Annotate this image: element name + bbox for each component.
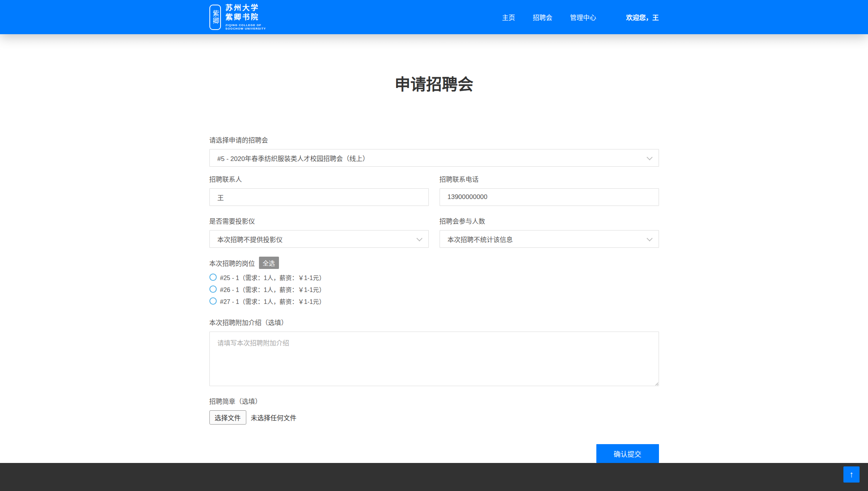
contact-phone-group: 招聘联系电话 bbox=[440, 174, 659, 206]
position-option[interactable]: #25 - 1（需求：1人，薪资：￥1-1元） bbox=[209, 271, 659, 283]
fair-select-group: 请选择申请的招聘会 #5 - 2020年春季纺织服装类人才校园招聘会（线上） bbox=[209, 135, 659, 167]
main-content: 申请招聘会 请选择申请的招聘会 #5 - 2020年春季纺织服装类人才校园招聘会… bbox=[0, 34, 868, 463]
contact-phone-label: 招聘联系电话 bbox=[440, 174, 659, 184]
submit-button[interactable]: 确认提交 bbox=[596, 444, 659, 463]
brochure-group: 招聘简章（选填） 选择文件 未选择任何文件 bbox=[209, 396, 659, 425]
chevron-down-icon bbox=[416, 235, 422, 241]
attendees-label: 招聘会参与人数 bbox=[440, 216, 659, 226]
positions-header: 本次招聘的岗位 全选 bbox=[209, 257, 659, 269]
projector-select-value: 本次招聘不提供投影仪 bbox=[217, 234, 283, 244]
intro-group: 本次招聘附加介绍（选填） bbox=[209, 317, 659, 386]
fair-select[interactable]: #5 - 2020年春季纺织服装类人才校园招聘会（线上） bbox=[209, 149, 659, 167]
contact-name-input[interactable] bbox=[209, 188, 429, 206]
projector-group: 是否需要投影仪 本次招聘不提供投影仪 bbox=[209, 216, 429, 248]
select-all-button[interactable]: 全选 bbox=[259, 257, 279, 269]
logo-name-line1: 苏州大学 bbox=[226, 3, 266, 13]
navbar: 紫卿 苏州大学 紫卿书院 ZIQING COLLEGE OF SOOCHOW U… bbox=[0, 0, 868, 34]
contact-name-label: 招聘联系人 bbox=[209, 174, 429, 184]
application-form: 请选择申请的招聘会 #5 - 2020年春季纺织服装类人才校园招聘会（线上） 招… bbox=[209, 135, 659, 463]
up-arrow-icon: ↑ bbox=[850, 469, 854, 479]
university-logo[interactable]: 紫卿 苏州大学 紫卿书院 ZIQING COLLEGE OF SOOCHOW U… bbox=[209, 3, 266, 31]
position-option[interactable]: #27 - 1（需求：1人，薪资：￥1-1元） bbox=[209, 295, 659, 307]
position-option-label: #26 - 1（需求：1人，薪资：￥1-1元） bbox=[220, 285, 325, 294]
attendees-select[interactable]: 本次招聘不统计该信息 bbox=[440, 230, 659, 248]
projector-select[interactable]: 本次招聘不提供投影仪 bbox=[209, 230, 429, 248]
logo-sub-line2: SOOCHOW UNIVERSITY bbox=[226, 27, 266, 31]
projector-label: 是否需要投影仪 bbox=[209, 216, 429, 226]
page-footer: ↑ bbox=[0, 463, 868, 491]
radio-unchecked-icon[interactable] bbox=[209, 297, 217, 305]
radio-unchecked-icon[interactable] bbox=[209, 274, 217, 281]
nav-link-job-fair[interactable]: 招聘会 bbox=[533, 12, 553, 22]
intro-label: 本次招聘附加介绍（选填） bbox=[209, 317, 659, 327]
logo-seal-icon: 紫卿 bbox=[209, 5, 221, 30]
position-option[interactable]: #26 - 1（需求：1人，薪资：￥1-1元） bbox=[209, 283, 659, 295]
contact-name-group: 招聘联系人 bbox=[209, 174, 429, 206]
logo-name-line2: 紫卿书院 bbox=[226, 13, 266, 22]
nav-link-home[interactable]: 主页 bbox=[502, 12, 515, 22]
chevron-down-icon bbox=[646, 154, 652, 160]
position-option-label: #27 - 1（需求：1人，薪资：￥1-1元） bbox=[220, 297, 325, 306]
attendees-group: 招聘会参与人数 本次招聘不统计该信息 bbox=[440, 216, 659, 248]
page-title: 申请招聘会 bbox=[0, 71, 868, 95]
radio-unchecked-icon[interactable] bbox=[209, 285, 217, 293]
intro-textarea[interactable] bbox=[209, 332, 659, 386]
nav-link-admin-center[interactable]: 管理中心 bbox=[570, 12, 596, 22]
positions-label: 本次招聘的岗位 bbox=[209, 258, 255, 268]
choose-file-button[interactable]: 选择文件 bbox=[209, 410, 246, 425]
position-option-label: #25 - 1（需求：1人，薪资：￥1-1元） bbox=[220, 273, 325, 282]
fair-select-label: 请选择申请的招聘会 bbox=[209, 135, 659, 144]
attendees-select-value: 本次招聘不统计该信息 bbox=[448, 234, 513, 244]
logo-text: 苏州大学 紫卿书院 ZIQING COLLEGE OF SOOCHOW UNIV… bbox=[226, 3, 266, 31]
welcome-user-text: 欢迎您，王 bbox=[626, 12, 659, 22]
main-nav: 主页 招聘会 管理中心 欢迎您，王 bbox=[485, 12, 659, 22]
brochure-label: 招聘简章（选填） bbox=[209, 396, 659, 406]
logo-sub-line1: ZIQING COLLEGE OF bbox=[226, 23, 266, 27]
chevron-down-icon bbox=[646, 235, 652, 241]
file-status-text: 未选择任何文件 bbox=[251, 413, 297, 422]
contact-phone-input[interactable] bbox=[440, 188, 659, 206]
back-to-top-button[interactable]: ↑ bbox=[843, 466, 860, 483]
positions-list: #25 - 1（需求：1人，薪资：￥1-1元） #26 - 1（需求：1人，薪资… bbox=[209, 271, 659, 307]
fair-select-value: #5 - 2020年春季纺织服装类人才校园招聘会（线上） bbox=[217, 153, 369, 163]
